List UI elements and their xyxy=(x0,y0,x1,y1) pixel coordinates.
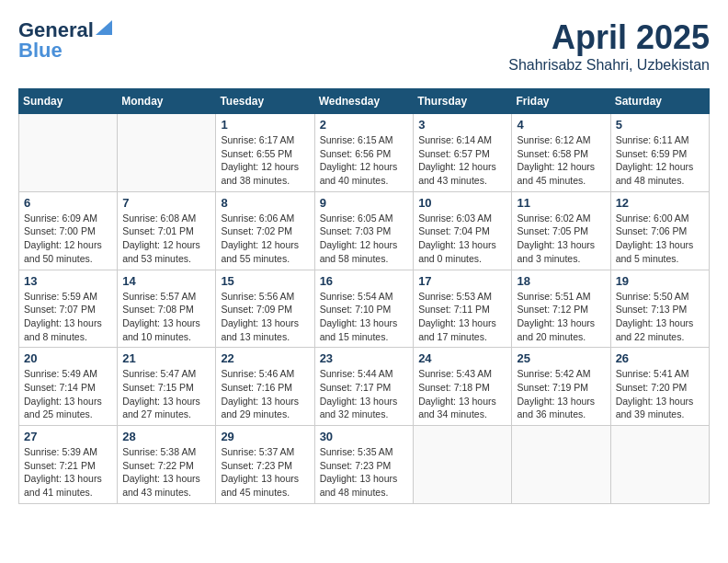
calendar-cell: 17Sunrise: 5:53 AMSunset: 7:11 PMDayligh… xyxy=(414,270,512,348)
calendar-cell: 1Sunrise: 6:17 AMSunset: 6:55 PMDaylight… xyxy=(216,114,314,192)
calendar-cell: 18Sunrise: 5:51 AMSunset: 7:12 PMDayligh… xyxy=(512,270,610,348)
day-number: 28 xyxy=(122,430,210,443)
weekday-header-saturday: Saturday xyxy=(610,89,709,114)
calendar-cell: 2Sunrise: 6:15 AMSunset: 6:56 PMDaylight… xyxy=(314,114,414,192)
calendar-cell: 23Sunrise: 5:44 AMSunset: 7:17 PMDayligh… xyxy=(314,348,414,426)
calendar-cell: 11Sunrise: 6:02 AMSunset: 7:05 PMDayligh… xyxy=(512,191,610,270)
month-title: April 2025 xyxy=(508,18,710,57)
calendar-cell: 28Sunrise: 5:38 AMSunset: 7:22 PMDayligh… xyxy=(118,426,216,504)
cell-data: Sunrise: 5:54 AMSunset: 7:10 PMDaylight:… xyxy=(320,290,409,344)
cell-data: Sunrise: 6:02 AMSunset: 7:05 PMDaylight:… xyxy=(517,212,605,266)
svg-marker-0 xyxy=(96,20,112,35)
weekday-header-friday: Friday xyxy=(512,89,610,114)
cell-data: Sunrise: 6:05 AMSunset: 7:03 PMDaylight:… xyxy=(320,212,409,266)
calendar-cell xyxy=(414,426,512,504)
calendar-cell: 4Sunrise: 6:12 AMSunset: 6:58 PMDaylight… xyxy=(512,114,610,192)
calendar-cell: 22Sunrise: 5:46 AMSunset: 7:16 PMDayligh… xyxy=(216,348,314,426)
logo-triangle-icon xyxy=(96,20,112,35)
cell-data: Sunrise: 5:35 AMSunset: 7:23 PMDaylight:… xyxy=(320,445,409,500)
day-number: 26 xyxy=(616,351,704,365)
location-subtitle: Shahrisabz Shahri, Uzbekistan xyxy=(508,57,710,74)
cell-data: Sunrise: 6:12 AMSunset: 6:58 PMDaylight:… xyxy=(517,133,605,188)
calendar-cell: 21Sunrise: 5:47 AMSunset: 7:15 PMDayligh… xyxy=(118,348,216,426)
cell-data: Sunrise: 5:57 AMSunset: 7:08 PMDaylight:… xyxy=(122,290,210,344)
calendar-cell: 8Sunrise: 6:06 AMSunset: 7:02 PMDaylight… xyxy=(216,191,314,270)
cell-data: Sunrise: 5:39 AMSunset: 7:21 PMDaylight:… xyxy=(24,445,112,500)
logo-blue-text: Blue xyxy=(18,39,63,63)
weekday-header-tuesday: Tuesday xyxy=(216,89,314,114)
calendar-cell: 29Sunrise: 5:37 AMSunset: 7:23 PMDayligh… xyxy=(216,426,314,504)
cell-data: Sunrise: 5:59 AMSunset: 7:07 PMDaylight:… xyxy=(24,290,112,344)
day-number: 29 xyxy=(221,430,309,443)
day-number: 20 xyxy=(24,351,112,365)
calendar-cell: 19Sunrise: 5:50 AMSunset: 7:13 PMDayligh… xyxy=(610,270,709,348)
cell-data: Sunrise: 6:17 AMSunset: 6:55 PMDaylight:… xyxy=(221,133,309,188)
cell-data: Sunrise: 5:43 AMSunset: 7:18 PMDaylight:… xyxy=(418,367,506,421)
day-number: 21 xyxy=(122,351,210,365)
day-number: 19 xyxy=(616,274,704,288)
day-number: 14 xyxy=(122,274,210,288)
cell-data: Sunrise: 6:09 AMSunset: 7:00 PMDaylight:… xyxy=(24,212,112,266)
day-number: 13 xyxy=(24,274,112,288)
day-number: 9 xyxy=(320,196,409,210)
day-number: 10 xyxy=(418,196,506,210)
calendar-cell: 5Sunrise: 6:11 AMSunset: 6:59 PMDaylight… xyxy=(610,114,709,192)
calendar-cell: 30Sunrise: 5:35 AMSunset: 7:23 PMDayligh… xyxy=(314,426,414,504)
weekday-header-sunday: Sunday xyxy=(19,89,118,114)
calendar-cell: 13Sunrise: 5:59 AMSunset: 7:07 PMDayligh… xyxy=(19,270,118,348)
cell-data: Sunrise: 5:53 AMSunset: 7:11 PMDaylight:… xyxy=(418,290,506,344)
calendar-cell: 7Sunrise: 6:08 AMSunset: 7:01 PMDaylight… xyxy=(118,191,216,270)
cell-data: Sunrise: 5:41 AMSunset: 7:20 PMDaylight:… xyxy=(616,367,704,421)
day-number: 11 xyxy=(517,196,605,210)
day-number: 5 xyxy=(616,118,704,132)
day-number: 18 xyxy=(517,274,605,288)
calendar-cell: 6Sunrise: 6:09 AMSunset: 7:00 PMDaylight… xyxy=(19,191,118,270)
calendar-table: SundayMondayTuesdayWednesdayThursdayFrid… xyxy=(18,88,710,504)
calendar-cell: 20Sunrise: 5:49 AMSunset: 7:14 PMDayligh… xyxy=(19,348,118,426)
cell-data: Sunrise: 5:37 AMSunset: 7:23 PMDaylight:… xyxy=(221,445,309,500)
cell-data: Sunrise: 5:50 AMSunset: 7:13 PMDaylight:… xyxy=(616,290,704,344)
cell-data: Sunrise: 5:47 AMSunset: 7:15 PMDaylight:… xyxy=(122,367,210,421)
calendar-cell: 12Sunrise: 6:00 AMSunset: 7:06 PMDayligh… xyxy=(610,191,709,270)
day-number: 17 xyxy=(418,274,506,288)
day-number: 7 xyxy=(122,196,210,210)
day-number: 16 xyxy=(320,274,409,288)
day-number: 22 xyxy=(221,351,309,365)
calendar-cell: 9Sunrise: 6:05 AMSunset: 7:03 PMDaylight… xyxy=(314,191,414,270)
day-number: 6 xyxy=(24,196,112,210)
cell-data: Sunrise: 6:00 AMSunset: 7:06 PMDaylight:… xyxy=(616,212,704,266)
calendar-cell: 26Sunrise: 5:41 AMSunset: 7:20 PMDayligh… xyxy=(610,348,709,426)
day-number: 3 xyxy=(418,118,506,132)
calendar-cell: 25Sunrise: 5:42 AMSunset: 7:19 PMDayligh… xyxy=(512,348,610,426)
cell-data: Sunrise: 6:14 AMSunset: 6:57 PMDaylight:… xyxy=(418,133,506,188)
cell-data: Sunrise: 5:44 AMSunset: 7:17 PMDaylight:… xyxy=(320,367,409,421)
cell-data: Sunrise: 6:03 AMSunset: 7:04 PMDaylight:… xyxy=(418,212,506,266)
day-number: 15 xyxy=(221,274,309,288)
calendar-cell: 3Sunrise: 6:14 AMSunset: 6:57 PMDaylight… xyxy=(414,114,512,192)
calendar-cell xyxy=(19,114,118,192)
header: General Blue April 2025 Shahrisabz Shahr… xyxy=(18,18,710,74)
weekday-header-thursday: Thursday xyxy=(414,89,512,114)
weekday-header-monday: Monday xyxy=(118,89,216,114)
cell-data: Sunrise: 5:38 AMSunset: 7:22 PMDaylight:… xyxy=(122,445,210,500)
calendar-cell xyxy=(118,114,216,192)
cell-data: Sunrise: 5:51 AMSunset: 7:12 PMDaylight:… xyxy=(517,290,605,344)
day-number: 8 xyxy=(221,196,309,210)
day-number: 2 xyxy=(320,118,409,132)
cell-data: Sunrise: 5:46 AMSunset: 7:16 PMDaylight:… xyxy=(221,367,309,421)
cell-data: Sunrise: 6:06 AMSunset: 7:02 PMDaylight:… xyxy=(221,212,309,266)
cell-data: Sunrise: 5:49 AMSunset: 7:14 PMDaylight:… xyxy=(24,367,112,421)
cell-data: Sunrise: 6:15 AMSunset: 6:56 PMDaylight:… xyxy=(320,133,409,188)
calendar-cell: 15Sunrise: 5:56 AMSunset: 7:09 PMDayligh… xyxy=(216,270,314,348)
cell-data: Sunrise: 6:08 AMSunset: 7:01 PMDaylight:… xyxy=(122,212,210,266)
day-number: 4 xyxy=(517,118,605,132)
weekday-header-wednesday: Wednesday xyxy=(314,89,414,114)
day-number: 12 xyxy=(616,196,704,210)
calendar-cell xyxy=(512,426,610,504)
day-number: 1 xyxy=(221,118,309,132)
calendar-header: SundayMondayTuesdayWednesdayThursdayFrid… xyxy=(19,89,710,114)
day-number: 27 xyxy=(24,430,112,443)
day-number: 25 xyxy=(517,351,605,365)
calendar-cell: 16Sunrise: 5:54 AMSunset: 7:10 PMDayligh… xyxy=(314,270,414,348)
calendar-cell: 27Sunrise: 5:39 AMSunset: 7:21 PMDayligh… xyxy=(19,426,118,504)
